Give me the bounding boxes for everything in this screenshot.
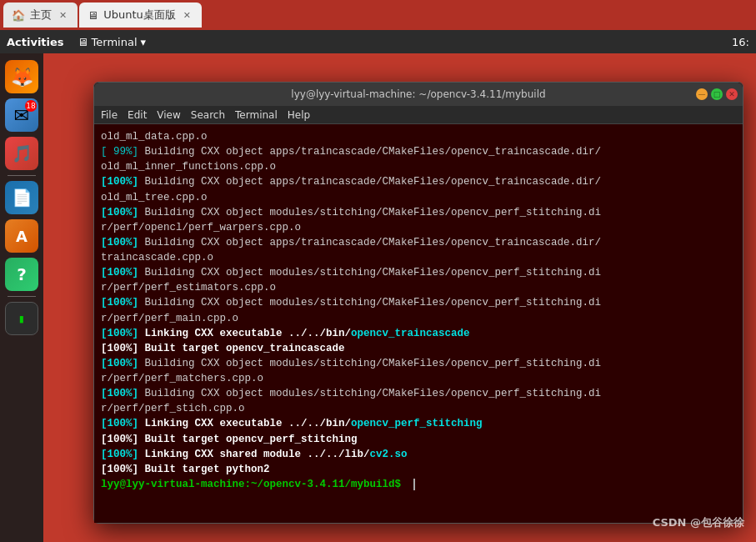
close-button[interactable]: ✕ bbox=[726, 88, 738, 100]
terminal-line-2: [ 99%] Building CXX object apps/traincas… bbox=[101, 144, 736, 159]
menu-view[interactable]: View bbox=[157, 109, 180, 121]
gnome-app-label: 🖥 Terminal ▾ bbox=[78, 36, 146, 48]
mail-badge: 18 bbox=[25, 100, 37, 112]
dock-divider bbox=[8, 175, 36, 176]
terminal-line-3: [100%] Building CXX object apps/traincas… bbox=[101, 174, 736, 189]
terminal-line-15: [100%] Built target python2 bbox=[101, 462, 736, 477]
terminal-menubar: File Edit View Search Terminal Help bbox=[94, 106, 743, 124]
terminal-line-13: [100%] Built target opencv_perf_stitchin… bbox=[101, 432, 736, 447]
menu-search[interactable]: Search bbox=[191, 109, 225, 121]
tab-home[interactable]: 🏠 主页 ✕ bbox=[3, 3, 78, 28]
window-controls: — □ ✕ bbox=[696, 88, 738, 100]
terminal-titlebar: lyy@lyy-virtual-machine: ~/opencv-3.4.11… bbox=[94, 83, 743, 106]
terminal-line-6b: r/perf/perf_estimators.cpp.o bbox=[101, 280, 736, 295]
libreoffice-icon: 📄 bbox=[12, 188, 33, 208]
tab-bar: 🏠 主页 ✕ 🖥 Ubuntu桌面版 ✕ bbox=[0, 0, 756, 30]
menu-terminal[interactable]: Terminal bbox=[235, 109, 278, 121]
terminal-body[interactable]: old_ml_data.cpp.o [ 99%] Building CXX ob… bbox=[94, 124, 743, 523]
menu-help[interactable]: Help bbox=[288, 109, 310, 121]
terminal-prompt-line: lyy@lyy-virtual-machine:~/opencv-3.4.11/… bbox=[101, 477, 736, 492]
terminal-line-11b: r/perf/perf_stich.cpp.o bbox=[101, 401, 736, 416]
terminal-dropdown-icon[interactable]: ▾ bbox=[141, 36, 147, 48]
dock: 🦊 ✉ 18 🎵 📄 A ? ▮ bbox=[0, 53, 43, 542]
dock-divider-2 bbox=[8, 296, 36, 297]
terminal-line-6: [100%] Building CXX object modules/stitc… bbox=[101, 265, 736, 280]
menu-file[interactable]: File bbox=[101, 109, 118, 121]
terminal-line-14: [100%] Linking CXX shared module ../../l… bbox=[101, 447, 736, 462]
activities-button[interactable]: Activities bbox=[7, 36, 64, 48]
terminal-line-8: [100%] Linking CXX executable ../../bin/… bbox=[101, 326, 736, 341]
help-icon: ? bbox=[17, 264, 27, 284]
terminal-window: lyy@lyy-virtual-machine: ~/opencv-3.4.11… bbox=[93, 82, 743, 524]
tab-ubuntu[interactable]: 🖥 Ubuntu桌面版 ✕ bbox=[79, 3, 202, 28]
minimize-button[interactable]: — bbox=[696, 88, 708, 100]
terminal-line-7: [100%] Building CXX object modules/stitc… bbox=[101, 295, 736, 310]
terminal-line-10: [100%] Building CXX object modules/stitc… bbox=[101, 356, 736, 371]
music-icon: 🎵 bbox=[12, 143, 33, 163]
ubuntu-tab-label: Ubuntu桌面版 bbox=[103, 8, 176, 23]
dock-item-libreoffice[interactable]: 📄 bbox=[5, 181, 38, 214]
gnome-topbar: Activities 🖥 Terminal ▾ 16: bbox=[0, 30, 756, 53]
terminal-line-3b: old_ml_tree.cpp.o bbox=[101, 190, 736, 205]
terminal-line-11: [100%] Building CXX object modules/stitc… bbox=[101, 386, 736, 401]
dock-item-terminal[interactable]: ▮ bbox=[5, 302, 38, 335]
dock-item-music[interactable]: 🎵 bbox=[5, 137, 38, 170]
dock-item-mail[interactable]: ✉ 18 bbox=[5, 98, 38, 132]
gnome-clock: 16: bbox=[732, 36, 749, 48]
dock-item-firefox[interactable]: 🦊 bbox=[5, 60, 38, 93]
terminal-line-1: old_ml_data.cpp.o bbox=[101, 129, 736, 144]
terminal-line-2b: old_ml_inner_functions.cpp.o bbox=[101, 159, 736, 174]
terminal-line-12: [100%] Linking CXX executable ../../bin/… bbox=[101, 416, 736, 431]
terminal-icon: 🖥 bbox=[78, 36, 88, 48]
dock-item-store[interactable]: A bbox=[5, 219, 38, 253]
terminal-title: lyy@lyy-virtual-machine: ~/opencv-3.4.11… bbox=[291, 88, 545, 100]
home-tab-label: 主页 bbox=[30, 8, 52, 23]
dock-item-help[interactable]: ? bbox=[5, 258, 38, 291]
terminal-dock-icon: ▮ bbox=[18, 312, 25, 325]
maximize-button[interactable]: □ bbox=[711, 88, 723, 100]
menu-edit[interactable]: Edit bbox=[128, 109, 147, 121]
ubuntu-tab-close[interactable]: ✕ bbox=[181, 9, 193, 22]
terminal-line-4: [100%] Building CXX object modules/stitc… bbox=[101, 205, 736, 220]
watermark: CSDN @包谷徐徐 bbox=[653, 515, 744, 530]
terminal-line-5: [100%] Building CXX object apps/traincas… bbox=[101, 235, 736, 250]
terminal-app-name: Terminal bbox=[92, 36, 138, 48]
terminal-line-10b: r/perf/perf_matchers.cpp.o bbox=[101, 371, 736, 386]
terminal-line-7b: r/perf/perf_main.cpp.o bbox=[101, 311, 736, 326]
terminal-line-9: [100%] Built target opencv_traincascade bbox=[101, 341, 736, 356]
home-tab-icon: 🏠 bbox=[12, 9, 25, 22]
firefox-icon: 🦊 bbox=[11, 67, 33, 88]
terminal-line-4b: r/perf/opencl/perf_warpers.cpp.o bbox=[101, 220, 736, 235]
terminal-line-5b: traincascade.cpp.o bbox=[101, 250, 736, 265]
ubuntu-tab-icon: 🖥 bbox=[88, 9, 98, 22]
store-icon: A bbox=[16, 228, 28, 245]
home-tab-close[interactable]: ✕ bbox=[57, 9, 69, 22]
